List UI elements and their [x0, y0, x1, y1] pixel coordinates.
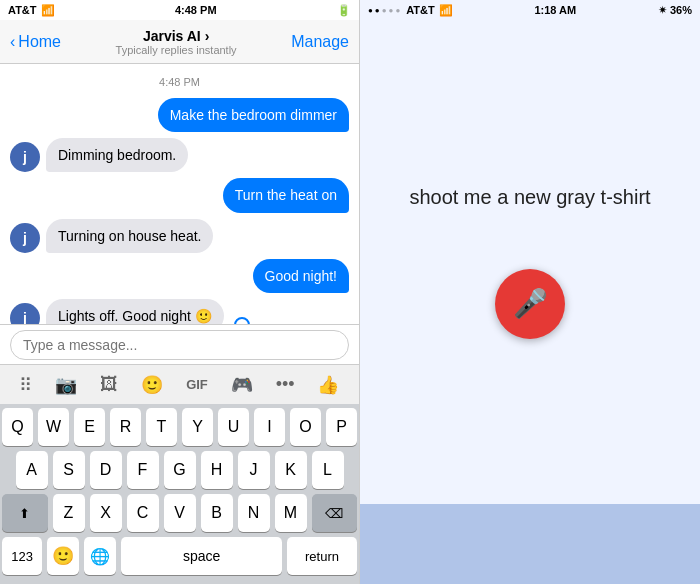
- left-status-right: 🔋: [337, 4, 351, 17]
- manage-button[interactable]: Manage: [291, 33, 349, 51]
- chat-toolbar: ⠿ 📷 🖼 🙂 GIF 🎮 ••• 👍: [0, 364, 359, 404]
- message-row: j Lights off. Good night 🙂: [10, 299, 349, 324]
- nav-back-button[interactable]: ‹ Home: [10, 33, 61, 51]
- chat-subtitle: Typically replies instantly: [71, 44, 281, 56]
- key-x[interactable]: X: [90, 494, 122, 532]
- key-p[interactable]: P: [326, 408, 357, 446]
- chat-timestamp: 4:48 PM: [10, 76, 349, 88]
- more-icon[interactable]: •••: [276, 374, 295, 395]
- nav-center: Jarvis AI › Typically replies instantly: [71, 28, 281, 56]
- key-u[interactable]: U: [218, 408, 249, 446]
- mic-button[interactable]: 🎤: [495, 269, 565, 339]
- camera-icon[interactable]: 📷: [55, 374, 77, 396]
- input-bar: [0, 324, 359, 364]
- keyboard-row-3: ⬆ Z X C V B N M ⌫: [2, 494, 357, 532]
- gif-icon[interactable]: GIF: [186, 377, 208, 392]
- back-chevron-icon: ‹: [10, 33, 15, 51]
- keyboard: Q W E R T Y U I O P A S D F G H J K L ⬆ …: [0, 404, 359, 584]
- key-t[interactable]: T: [146, 408, 177, 446]
- message-text: Turning on house heat.: [58, 228, 201, 244]
- avatar: j: [10, 303, 40, 324]
- left-status-left: AT&T 📶: [8, 4, 55, 17]
- keyboard-row-2: A S D F G H J K L: [2, 451, 357, 489]
- key-s[interactable]: S: [53, 451, 85, 489]
- key-delete[interactable]: ⌫: [312, 494, 358, 532]
- key-f[interactable]: F: [127, 451, 159, 489]
- key-globe[interactable]: 🌐: [84, 537, 116, 575]
- chat-title[interactable]: Jarvis AI ›: [71, 28, 281, 44]
- key-shift[interactable]: ⬆: [2, 494, 48, 532]
- message-row: Good night!: [10, 259, 349, 293]
- key-b[interactable]: B: [201, 494, 233, 532]
- key-z[interactable]: Z: [53, 494, 85, 532]
- dot4: ●: [389, 6, 394, 15]
- dot3: ●: [382, 6, 387, 15]
- emoji-icon[interactable]: 🙂: [141, 374, 163, 396]
- dot5: ●: [395, 6, 400, 15]
- left-battery-icon: 🔋: [337, 4, 351, 17]
- apps-icon[interactable]: ⠿: [19, 374, 32, 396]
- sent-bubble: Good night!: [253, 259, 349, 293]
- key-y[interactable]: Y: [182, 408, 213, 446]
- message-input[interactable]: [10, 330, 349, 360]
- key-j[interactable]: J: [238, 451, 270, 489]
- right-content: shoot me a new gray t-shirt 🎤: [360, 20, 700, 504]
- right-carrier: AT&T: [406, 4, 435, 16]
- left-time: 4:48 PM: [175, 4, 217, 16]
- avatar: j: [10, 142, 40, 172]
- key-o[interactable]: O: [290, 408, 321, 446]
- message-text: Dimming bedroom.: [58, 147, 176, 163]
- message-row: Turn the heat on: [10, 178, 349, 212]
- photo-icon[interactable]: 🖼: [100, 374, 118, 395]
- nav-bar: ‹ Home Jarvis AI › Typically replies ins…: [0, 20, 359, 64]
- like-icon[interactable]: 👍: [317, 374, 339, 396]
- right-bottom-bar: [360, 504, 700, 584]
- voice-query-text: shoot me a new gray t-shirt: [409, 186, 650, 209]
- keyboard-row-4: 123 🙂 🌐 space return: [2, 537, 357, 575]
- key-return[interactable]: return: [287, 537, 357, 575]
- key-h[interactable]: H: [201, 451, 233, 489]
- right-panel: ● ● ● ● ● AT&T 📶 1:18 AM ✴ 36% shoot me …: [360, 0, 700, 584]
- right-bluetooth-icon: ✴: [658, 4, 667, 17]
- back-label[interactable]: Home: [18, 33, 61, 51]
- left-carrier: AT&T: [8, 4, 37, 16]
- key-g[interactable]: G: [164, 451, 196, 489]
- dot2: ●: [375, 6, 380, 15]
- key-v[interactable]: V: [164, 494, 196, 532]
- received-bubble: Dimming bedroom.: [46, 138, 188, 172]
- sent-bubble: Make the bedroom dimmer: [158, 98, 349, 132]
- avatar: j: [10, 223, 40, 253]
- key-m[interactable]: M: [275, 494, 307, 532]
- right-time: 1:18 AM: [534, 4, 576, 16]
- key-r[interactable]: R: [110, 408, 141, 446]
- left-status-bar: AT&T 📶 4:48 PM 🔋: [0, 0, 359, 20]
- right-wifi-icon: 📶: [439, 4, 453, 17]
- key-d[interactable]: D: [90, 451, 122, 489]
- key-emoji[interactable]: 🙂: [47, 537, 79, 575]
- chat-name: Jarvis AI ›: [143, 28, 209, 44]
- sent-bubble: Turn the heat on: [223, 178, 349, 212]
- message-text: Good night!: [265, 268, 337, 284]
- message-text: Lights off. Good night 🙂: [58, 308, 212, 324]
- key-q[interactable]: Q: [2, 408, 33, 446]
- received-bubble: Lights off. Good night 🙂: [46, 299, 224, 324]
- key-i[interactable]: I: [254, 408, 285, 446]
- key-n[interactable]: N: [238, 494, 270, 532]
- key-c[interactable]: C: [127, 494, 159, 532]
- game-icon[interactable]: 🎮: [231, 374, 253, 396]
- dot1: ●: [368, 6, 373, 15]
- key-l[interactable]: L: [312, 451, 344, 489]
- key-a[interactable]: A: [16, 451, 48, 489]
- key-w[interactable]: W: [38, 408, 69, 446]
- key-numbers[interactable]: 123: [2, 537, 42, 575]
- key-space[interactable]: space: [121, 537, 282, 575]
- microphone-icon: 🎤: [513, 287, 548, 320]
- left-panel: AT&T 📶 4:48 PM 🔋 ‹ Home Jarvis AI › Typi…: [0, 0, 360, 584]
- message-text: Make the bedroom dimmer: [170, 107, 337, 123]
- left-wifi-icon: 📶: [41, 4, 55, 17]
- right-signal: ● ● ● ● ● AT&T 📶: [368, 4, 453, 17]
- message-row: j Turning on house heat.: [10, 219, 349, 253]
- key-k[interactable]: K: [275, 451, 307, 489]
- key-e[interactable]: E: [74, 408, 105, 446]
- received-bubble: Turning on house heat.: [46, 219, 213, 253]
